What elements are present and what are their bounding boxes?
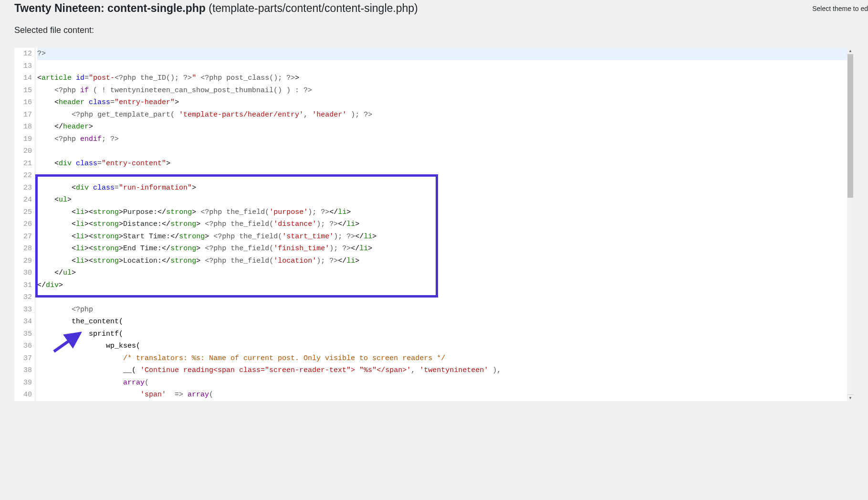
code-line[interactable]: 'span' => array( <box>37 389 847 401</box>
scroll-thumb[interactable] <box>847 54 853 198</box>
line-number: 18 <box>14 121 35 133</box>
page-title: Twenty Nineteen: content-single.php (tem… <box>14 0 854 15</box>
title-file: content-single.php <box>107 2 206 14</box>
line-number: 16 <box>14 96 35 109</box>
code-line[interactable]: <li><strong>Location:</strong> <?php the… <box>37 255 847 267</box>
line-number: 39 <box>14 377 35 389</box>
code-line[interactable] <box>37 145 847 158</box>
code-content[interactable]: ?><article id="post-<?php the_ID(); ?>" … <box>35 48 847 401</box>
line-number: 23 <box>14 182 35 194</box>
code-line[interactable]: /* translators: %s: Name of current post… <box>37 352 847 365</box>
line-number-gutter: 1213141516171819202122232425262728293031… <box>14 48 35 401</box>
code-line[interactable] <box>37 60 847 73</box>
line-number: 20 <box>14 145 35 158</box>
line-number: 26 <box>14 218 35 231</box>
line-number: 17 <box>14 109 35 121</box>
code-line[interactable]: <?php endif; ?> <box>37 133 847 146</box>
code-line[interactable] <box>37 170 847 182</box>
title-path: (template-parts/content/content-single.p… <box>209 2 418 14</box>
page-header: Twenty Nineteen: content-single.php (tem… <box>0 0 868 39</box>
code-line[interactable]: <ul> <box>37 194 847 206</box>
line-number: 29 <box>14 255 35 267</box>
code-line[interactable]: sprintf( <box>37 328 847 340</box>
code-line[interactable]: the_content( <box>37 316 847 328</box>
line-number: 25 <box>14 206 35 219</box>
line-number: 35 <box>14 328 35 340</box>
scroll-down-button[interactable]: ▼ <box>847 394 854 401</box>
code-line[interactable]: <?php get_template_part( 'template-parts… <box>37 109 847 121</box>
line-number: 19 <box>14 133 35 146</box>
code-line[interactable]: <li><strong>Start Time:</strong> <?php t… <box>37 231 847 243</box>
code-line[interactable]: </div> <box>37 279 847 292</box>
code-line[interactable]: array( <box>37 377 847 389</box>
line-number: 40 <box>14 389 35 401</box>
code-line[interactable]: <?php if ( ! twentynineteen_can_show_pos… <box>37 85 847 97</box>
line-number: 38 <box>14 364 35 377</box>
scroll-up-button[interactable]: ▲ <box>847 48 854 54</box>
code-line[interactable]: <div class="run-information"> <box>37 182 847 194</box>
code-line[interactable]: </ul> <box>37 267 847 279</box>
line-number: 14 <box>14 72 35 85</box>
line-number: 36 <box>14 340 35 352</box>
title-theme: Twenty Nineteen: <box>14 2 105 14</box>
selected-file-label: Selected file content: <box>14 25 854 35</box>
line-number: 24 <box>14 194 35 206</box>
code-line[interactable]: ?> <box>37 48 847 60</box>
line-number: 12 <box>14 48 35 60</box>
vertical-scrollbar[interactable]: ▲ ▼ <box>847 48 854 401</box>
code-line[interactable]: <li><strong>End Time:</strong> <?php the… <box>37 243 847 255</box>
code-line[interactable]: <div class="entry-content"> <box>37 158 847 170</box>
line-number: 37 <box>14 352 35 365</box>
line-number: 33 <box>14 304 35 316</box>
code-line[interactable]: <?php <box>37 304 847 316</box>
code-line[interactable]: <li><strong>Purpose:</strong> <?php the_… <box>37 206 847 219</box>
code-line[interactable]: <li><strong>Distance:</strong> <?php the… <box>37 218 847 231</box>
line-number: 21 <box>14 158 35 170</box>
line-number: 13 <box>14 60 35 73</box>
code-line[interactable] <box>37 291 847 304</box>
line-number: 15 <box>14 85 35 97</box>
line-number: 28 <box>14 243 35 255</box>
line-number: 30 <box>14 267 35 279</box>
code-line[interactable]: <header class="entry-header"> <box>37 96 847 109</box>
code-line[interactable]: wp_kses( <box>37 340 847 352</box>
line-number: 31 <box>14 279 35 292</box>
code-line[interactable]: <article id="post-<?php the_ID(); ?>" <?… <box>37 72 847 85</box>
code-line[interactable]: </header> <box>37 121 847 133</box>
select-theme-label: Select theme to ed <box>812 5 868 12</box>
line-number: 32 <box>14 291 35 304</box>
line-number: 34 <box>14 316 35 328</box>
line-number: 22 <box>14 170 35 182</box>
line-number: 27 <box>14 231 35 243</box>
code-editor[interactable]: 1213141516171819202122232425262728293031… <box>14 48 854 401</box>
code-line[interactable]: __( 'Continue reading<span class="screen… <box>37 364 847 377</box>
